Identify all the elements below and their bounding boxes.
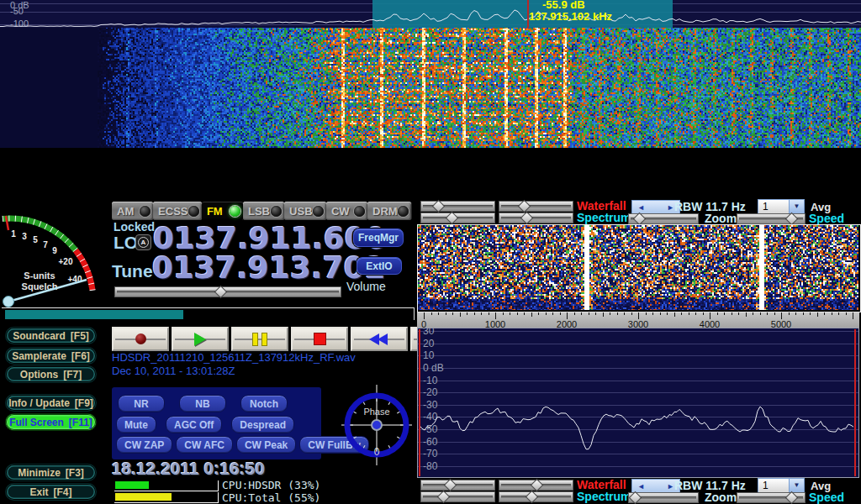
s-meter-tick-label: 7 [43,240,48,249]
waterfall-contrast-slider-bottom[interactable] [499,480,573,491]
menu-button-fkey: [F3] [66,467,84,479]
mode-button-am[interactable]: AM [112,202,153,220]
menu-button-exit[interactable]: Exit[F4] [6,484,96,500]
volume-label: Volume [346,280,386,293]
dsp-button-cw-zap[interactable]: CW ZAP [116,436,172,454]
spectrum-gain-slider-bottom[interactable] [420,491,495,502]
zoom-slider-bottom-thumb[interactable] [629,491,642,504]
spectrum-range-slider-bottom[interactable] [499,491,573,502]
dsp-button-nb[interactable]: NB [179,395,226,412]
zoom-slider-bottom[interactable] [628,492,699,503]
menu-button-label: Minimize [18,467,61,479]
zoom-slider-top[interactable] [628,213,699,224]
cpu-hdsdr-bar-fill [115,481,149,489]
mode-button-lsb[interactable]: LSB [243,202,284,220]
dsp-button-despread[interactable]: Despread [231,416,294,433]
waterfall-brightness-slider-bottom-thumb[interactable] [443,479,457,492]
cpu-total-bar-fill [115,493,172,501]
ruler-tick [510,312,510,315]
audio-spectrum-display[interactable]: 3020100 dB-10-20-30-40-50-60-70-80 [417,328,859,478]
spectrum-tab-label[interactable]: Spectrum [577,211,631,224]
speed-slider-top[interactable] [737,213,806,224]
ruler-tick [846,312,847,315]
menu-button-options[interactable]: Options[F7] [6,366,96,382]
volume-slider-thumb[interactable] [214,286,228,299]
recording-filename: HDSDR_20111210_125611Z_137912kHz_RF.wav [112,351,356,364]
speed-slider-bottom-thumb[interactable] [785,491,799,504]
spectrum-gain-slider-bottom-thumb[interactable] [437,491,451,504]
pause-button[interactable] [231,327,288,351]
spectrum-range-slider-bottom-thumb[interactable] [525,491,538,504]
dsp-button-mute[interactable]: Mute [116,416,156,433]
freqmgr-button[interactable]: FreqMgr [353,228,404,247]
dsp-button-notch[interactable]: Notch [240,395,288,412]
dsp-row: NRNBNotch [118,395,288,412]
menu-button-samplerate[interactable]: Samplerate[F6] [6,348,96,364]
dsp-button-cw-peak[interactable]: CW Peak [236,436,296,454]
ruler-tick [452,312,453,315]
filter-edge-left[interactable] [419,329,420,476]
rf-spectrum-overview[interactable]: 0 dB-50-100-55.9 dB137.915.102 kHz [0,0,861,28]
dsp-button-agc-off[interactable]: AGC Off [166,416,222,433]
ruler-tick [603,312,604,317]
zoom-slider-top-thumb[interactable] [632,213,646,226]
menu-button-soundcard[interactable]: Soundcard[F5] [6,328,96,344]
avg-dropdown-value: 1 [758,200,789,214]
lo-frequency-display[interactable]: 0137.911.600 [153,223,387,254]
audio-frequency-ruler[interactable]: 010002000300040005000 [417,312,859,329]
playback-progress-track[interactable] [2,307,415,320]
waterfall-brightness-slider-bottom[interactable] [420,480,495,491]
audio-spectrum-trace [418,328,858,477]
ruler-tick [503,312,504,315]
waterfall-contrast-slider-top-thumb[interactable] [517,200,531,213]
mode-button-usb[interactable]: USB [284,202,325,220]
waterfall-brightness-slider-top[interactable] [420,201,495,212]
dsp-button-cw-afc[interactable]: CW AFC [176,436,233,454]
filter-edge-right[interactable] [854,329,856,476]
s-meter[interactable]: 1 3 5 7 9 +20 +40 S-units Squelch [2,199,111,310]
play-button[interactable] [172,327,229,351]
mode-button-fm[interactable]: FM [202,202,243,220]
mode-button-ecss[interactable]: ECSS [153,202,201,220]
mode-button-drm[interactable]: DRM [367,202,411,220]
cpu-hdsdr-bar [114,480,219,491]
spectrum-gain-slider-top[interactable] [420,213,495,223]
stop-icon [314,333,326,345]
mode-led-icon [313,206,324,217]
speed-slider-top-thumb[interactable] [785,213,799,226]
ruler-tick [803,312,804,315]
stop-button[interactable] [291,327,348,351]
ruler-tick [610,312,610,315]
menu-button-label: Full Screen [9,417,64,428]
spectrum-range-slider-top-thumb[interactable] [520,212,534,225]
audio-waterfall-display[interactable] [418,225,858,310]
spectrum-gain-slider-top-thumb[interactable] [446,212,459,225]
stepper-right-icon[interactable]: ► [667,482,674,491]
mode-button-cw[interactable]: CW [326,202,367,220]
ruler-tick [824,312,825,315]
stepper-right-icon[interactable]: ► [667,203,674,212]
lo-auto-button[interactable]: A [135,234,151,250]
stepper-left-icon[interactable]: ◄ [637,203,645,212]
play-icon [194,333,206,346]
spectrum-range-slider-top[interactable] [499,213,573,223]
waterfall-brightness-slider-top-thumb[interactable] [431,200,445,213]
dsp-row: MuteAGC OffDespread [116,416,294,433]
avg-dropdown-value: 1 [758,479,789,493]
menu-button-full-screen[interactable]: Full Screen[F11] [6,414,96,430]
rewind-button[interactable] [351,327,408,351]
spectrum-tab-label[interactable]: Spectrum [577,490,631,503]
dsp-button-nr[interactable]: NR [118,395,165,412]
stepper-left-icon[interactable]: ◄ [637,482,645,491]
ruler-tick [589,312,589,315]
menu-button-info-update[interactable]: Info / Update[F9] [6,395,96,411]
ruler-tick [524,312,525,315]
menu-button-minimize[interactable]: Minimize[F3] [6,465,96,480]
ruler-tick [474,312,475,315]
record-button[interactable] [112,327,169,351]
extio-button[interactable]: ExtIO [357,257,402,275]
waterfall-contrast-slider-top[interactable] [499,201,573,212]
speed-slider-bottom[interactable] [737,492,806,503]
tune-frequency-display[interactable]: 0137.913.702 [152,253,386,283]
volume-slider[interactable] [114,286,341,297]
